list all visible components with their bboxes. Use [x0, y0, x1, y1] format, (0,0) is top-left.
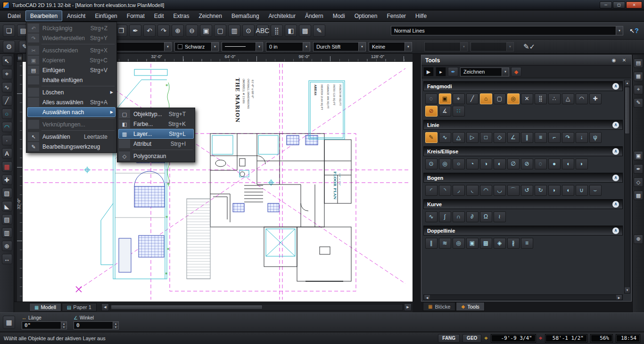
snap-vertex-icon[interactable]: ▣ — [439, 93, 451, 104]
menu-item[interactable]: Auswählen nach ▶ — [27, 107, 116, 117]
new-drawing-icon[interactable]: ❏ — [3, 25, 15, 37]
arc-right-half-icon[interactable]: ◗ — [548, 185, 561, 196]
menu-item[interactable]: ◇ Polygonzaun ▶ — [118, 151, 194, 161]
zoom-out-icon[interactable]: ⊖ — [186, 25, 198, 37]
select-tool-icon[interactable]: ↖ — [2, 56, 12, 66]
dock-hatch-icon[interactable]: ▩ — [634, 191, 643, 200]
circle-filled-icon[interactable]: ● — [548, 159, 561, 169]
scroll-left-icon[interactable]: ◀ — [424, 295, 430, 300]
sheet-tab[interactable]: ▦ Modell — [29, 303, 61, 311]
arc-tool-icon[interactable]: ◠ — [2, 122, 12, 132]
zoom-tool-icon[interactable]: ⊕ — [2, 241, 12, 251]
apply-pen-icon[interactable]: ✎✓ — [523, 42, 535, 51]
format-painter-icon[interactable]: ✒ — [129, 25, 141, 37]
text-tool-icon[interactable]: A — [2, 148, 12, 159]
menu-item[interactable]: Inhalte einfügen ▶ — [27, 75, 116, 85]
snap-center-icon[interactable]: ◎ — [507, 93, 520, 104]
circle-3point-icon[interactable]: ◑ — [480, 159, 492, 169]
menu-item[interactable]: ◧ Farbe... Strg+K ▶ — [118, 119, 194, 129]
line-tangent-arc-icon[interactable]: ⌐ — [548, 132, 561, 143]
point-tool-icon[interactable]: ∙ — [2, 135, 12, 145]
circle-tangent-icon[interactable]: ◐ — [494, 159, 506, 169]
transform-tool-icon[interactable]: ✚ — [2, 175, 12, 185]
arc-concave-icon[interactable]: ∪ — [576, 185, 588, 196]
palette-horizontal-scrollbar[interactable]: ◀ ▶ — [423, 294, 623, 300]
menubar-item[interactable]: Einfügen — [90, 10, 122, 21]
sheet-tab[interactable]: ▤ Paper 1 — [62, 303, 97, 311]
dock-brush-icon[interactable]: ✒ — [634, 164, 643, 174]
collapse-chevron-icon[interactable]: ∧ — [612, 175, 619, 181]
line-irregular-polygon-icon[interactable]: ▷ — [466, 132, 479, 143]
menubar-item[interactable]: Bemaßung — [227, 10, 264, 21]
line-vertical-icon[interactable]: ↓ — [576, 132, 588, 143]
color-palette-icon[interactable]: ▦ — [2, 161, 12, 172]
section-header-kreis-ellipse[interactable]: Kreis/Ellipse ∧ — [423, 146, 623, 156]
snap-grid-icon[interactable]: ⣿ — [535, 93, 547, 104]
menu-item[interactable]: ↷ Wiederherstellen Strg+Y ▶ — [27, 33, 116, 43]
menubar-item[interactable]: Format — [122, 10, 149, 21]
ellipse-rotated-icon[interactable]: ⊘ — [521, 159, 533, 169]
menu-item[interactable]: Alles auswählen Strg+A ▶ — [27, 97, 116, 107]
collapse-chevron-icon[interactable]: ∧ — [612, 148, 619, 155]
section-header-kurve[interactable]: Kurve ∧ — [423, 199, 623, 209]
arc-lower-right-icon[interactable]: ◞ — [453, 185, 465, 196]
vertical-ruler[interactable]: 32'-0" — [17, 62, 23, 302]
scroll-up-icon[interactable]: ▲ — [625, 80, 630, 86]
section-header-bogen[interactable]: Bogen ∧ — [423, 173, 623, 183]
print-preview-icon[interactable]: ▥ — [228, 25, 240, 37]
arc-left-half-icon[interactable]: ◖ — [562, 185, 574, 196]
spelling-icon[interactable]: ABC — [256, 25, 269, 37]
line-parallel-icon[interactable]: ∥ — [521, 132, 533, 143]
menubar-item[interactable]: Extras — [169, 10, 194, 21]
arc-lower-left-icon[interactable]: ◟ — [466, 185, 479, 196]
menubar-item[interactable]: Bearbeiten — [25, 10, 62, 21]
zoom-fullscreen-icon[interactable]: ▢ — [214, 25, 226, 37]
chevron-down-icon[interactable]: ▼ — [405, 42, 412, 51]
close-icon[interactable]: ✕ — [621, 58, 627, 63]
snap-magnetic-icon[interactable]: ∷ — [453, 106, 465, 117]
ellipse-fixed-icon[interactable]: ◌ — [535, 159, 547, 169]
dock-target-icon[interactable]: ⌖ — [634, 85, 643, 94]
doubleline-circle-icon[interactable]: ◎ — [453, 238, 465, 249]
circle-2point-icon[interactable]: ◔ — [466, 159, 479, 169]
dock-pen-icon[interactable]: ✎ — [634, 98, 643, 108]
zoom-extents-icon[interactable]: ⊙ — [242, 25, 255, 37]
snap-intersection-icon[interactable]: ✕ — [521, 93, 533, 104]
pen-style-combo[interactable]: ▼ — [109, 42, 172, 51]
doubleline-diamond-icon[interactable]: ◈ — [494, 238, 506, 249]
snap-midpoint-icon[interactable]: ⌂ — [480, 93, 492, 104]
arc-upper-right-icon[interactable]: ◝ — [439, 185, 451, 196]
menubar-item[interactable]: Ansicht — [62, 10, 90, 21]
section-header-linie[interactable]: Linie ∧ — [423, 120, 623, 130]
arc-bottom-icon[interactable]: ◡ — [494, 185, 506, 196]
line-rectangle-icon[interactable]: □ — [480, 132, 492, 143]
menu-item[interactable]: ✎ Bearbeitungswerkzeug ▶ — [27, 142, 116, 151]
menu-item[interactable]: Verknüpfungen... ▶ — [27, 119, 116, 129]
curve-arch-icon[interactable]: ∩ — [453, 211, 465, 222]
spin-up-icon[interactable]: ▲ — [113, 322, 118, 326]
snap-quadrant-icon[interactable]: ▢ — [494, 93, 506, 104]
line-single-icon[interactable]: ✎ — [425, 132, 438, 143]
tab-scroll-right-icon[interactable]: ▶ — [404, 303, 412, 311]
scroll-right-icon[interactable]: ▶ — [616, 295, 622, 300]
grid-toggle-icon[interactable]: ▦ — [3, 316, 15, 329]
table-tool-icon[interactable]: ▤ — [2, 214, 12, 225]
collapse-chevron-icon[interactable]: ∧ — [612, 122, 619, 128]
snap-aperture-icon[interactable]: ⊘ — [425, 106, 438, 117]
menu-item[interactable]: ↖ Auswählen Leertaste ▶ — [27, 132, 116, 142]
chevron-down-icon[interactable]: ▼ — [303, 42, 310, 51]
line-sketch-icon[interactable]: ψ — [589, 132, 602, 143]
menubar-item[interactable]: Ändern — [300, 10, 328, 21]
sheets-tool-icon[interactable]: ▥ — [2, 227, 12, 238]
snap-angle-icon[interactable]: ∡ — [439, 106, 451, 117]
maximize-button[interactable]: ▢ — [613, 1, 625, 8]
doubleline-hatch-icon[interactable]: ▩ — [480, 238, 492, 249]
chevron-down-icon[interactable]: ▼ — [358, 42, 365, 51]
undo-icon[interactable]: ↶ — [143, 25, 156, 37]
line-rotated-rectangle-icon[interactable]: ◇ — [494, 132, 506, 143]
brush-icon[interactable]: ✒ — [448, 67, 458, 76]
ellipse-icon[interactable]: ∅ — [507, 159, 520, 169]
circle-tool-icon[interactable]: ○ — [2, 109, 12, 119]
category-combo[interactable]: Zeichnen ▼ — [460, 67, 509, 76]
doubleline-rectangle-icon[interactable]: ▣ — [466, 238, 479, 249]
